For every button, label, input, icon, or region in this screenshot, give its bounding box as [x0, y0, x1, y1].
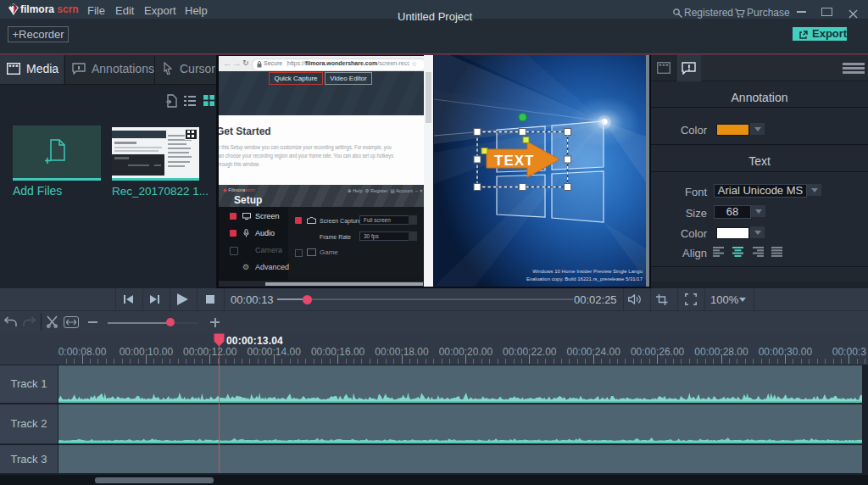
svg-text:TEXT: TEXT	[494, 153, 534, 169]
svg-text:Windows 10 Home Insider Previe: Windows 10 Home Insider Preview Single L…	[532, 269, 643, 274]
svg-text:Evaluation copy. Build 16221.r: Evaluation copy. Build 16221.rs_prerelea…	[526, 276, 643, 282]
